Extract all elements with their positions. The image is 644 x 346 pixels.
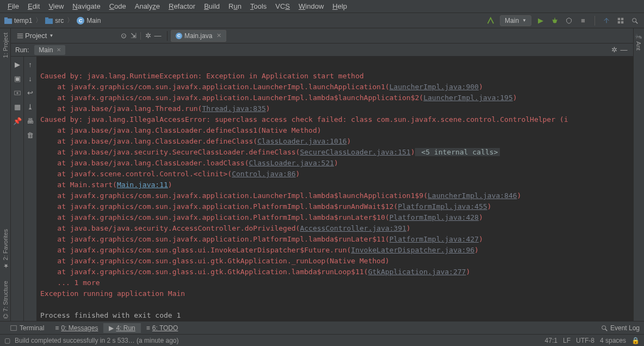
menu-navigate[interactable]: Navigate	[68, 1, 104, 11]
source-link[interactable]: Thread.java:835	[202, 104, 265, 113]
menu-bar: File Edit View Navigate Code Analyze Ref…	[0, 0, 644, 13]
status-indent[interactable]: 4 spaces	[600, 337, 626, 344]
tab-messages[interactable]: ≡ 0: Messages	[49, 323, 103, 333]
menu-window[interactable]: Window	[294, 1, 328, 11]
source-link[interactable]: GtkApplication.java:277	[368, 268, 466, 276]
project-tool-title[interactable]: Project	[25, 32, 47, 40]
svg-rect-14	[17, 33, 23, 34]
select-opened-file-icon[interactable]: ⊙	[119, 31, 128, 41]
source-link[interactable]: SecureClassLoader.java:151	[300, 148, 411, 156]
source-link[interactable]: InvokeLaterDispatcher.java:96	[351, 246, 474, 254]
stripe-structure[interactable]: ⌬ 7: Structure	[2, 279, 9, 321]
console-line: Exception running application Main	[40, 289, 185, 298]
lock-icon[interactable]: 🔒	[631, 337, 640, 344]
breadcrumb-root[interactable]: temp1	[14, 17, 32, 24]
stripe-project[interactable]: 1: Project	[2, 30, 9, 60]
pin-icon[interactable]: 📌	[13, 116, 22, 125]
svg-rect-9	[621, 17, 623, 20]
right-stripe: 🐜 Ant	[633, 28, 644, 321]
scroll-end-icon[interactable]: ⤓	[26, 102, 35, 111]
source-link[interactable]: PlatformImpl.java:455	[398, 202, 487, 211]
tab-run[interactable]: ▶ 4: Run	[103, 323, 140, 333]
svg-point-4	[553, 19, 557, 23]
stripe-favorites[interactable]: ★ 2: Favorites	[2, 227, 9, 271]
status-message: Build completed successfully in 2 s 533……	[15, 337, 178, 344]
svg-line-21	[605, 329, 608, 331]
build-icon[interactable]	[486, 16, 496, 26]
source-link[interactable]: LauncherImpl.java:195	[423, 94, 512, 102]
toggle-icon[interactable]: ▣	[13, 74, 22, 83]
menu-run[interactable]: Run	[224, 1, 246, 11]
chevron-down-icon[interactable]: ▼	[49, 33, 53, 38]
status-encoding[interactable]: UTF-8	[576, 337, 595, 344]
menu-help[interactable]: Help	[328, 1, 351, 11]
console-output[interactable]: Caused by: java.lang.RuntimeException: E…	[37, 57, 633, 321]
close-icon[interactable]: ✕	[216, 32, 221, 39]
layout-icon[interactable]: ▦	[13, 102, 22, 111]
class-icon	[77, 17, 84, 24]
up-icon[interactable]: ↑	[26, 60, 35, 69]
source-link[interactable]: ClassLoader.java:1016	[257, 137, 346, 145]
down-icon[interactable]: ↓	[26, 74, 35, 83]
search-icon[interactable]	[630, 16, 640, 26]
project-structure-icon[interactable]	[616, 16, 626, 26]
breadcrumb-class[interactable]: Main	[86, 17, 101, 24]
stripe-ant[interactable]: 🐜 Ant	[635, 30, 642, 53]
menu-code[interactable]: Code	[105, 1, 131, 11]
fold-hint[interactable]: <5 internal calls>	[415, 148, 500, 156]
menu-file[interactable]: File	[3, 1, 23, 11]
source-link[interactable]: PlatformImpl.java:427	[389, 235, 479, 243]
print-icon[interactable]: 🖶	[26, 116, 35, 125]
status-line-sep[interactable]: LF	[563, 337, 571, 344]
editor-tab-label: Main.java	[184, 32, 212, 40]
menu-vcs[interactable]: VCS	[271, 1, 294, 11]
run-tab-main[interactable]: Main ✕	[34, 45, 65, 55]
menu-edit[interactable]: Edit	[23, 1, 44, 11]
module-icon	[4, 17, 12, 24]
vcs-update-icon[interactable]	[602, 16, 611, 26]
tab-terminal[interactable]: Terminal	[4, 323, 49, 333]
gear-icon[interactable]: ✲	[609, 45, 619, 55]
console-line: at javafx.graphics/com.sun.glass.ui.gtk.…	[40, 257, 389, 265]
menu-refactor[interactable]: Refactor	[164, 1, 200, 11]
hide-icon[interactable]: —	[153, 31, 163, 41]
run-config-selector[interactable]: Main ▼	[500, 15, 531, 26]
close-icon[interactable]: ✕	[57, 47, 61, 53]
svg-point-12	[633, 18, 636, 22]
console-line: at javafx.graphics/com.sun.javafx.applic…	[40, 94, 423, 102]
menu-view[interactable]: View	[44, 1, 68, 11]
source-link[interactable]: Main.java:11	[117, 181, 168, 189]
console-line: at java.base/java.lang.ClassLoader.defin…	[40, 137, 257, 145]
status-toggle-icon[interactable]: ▢	[4, 337, 10, 344]
run-label: Run:	[15, 46, 29, 54]
expand-all-icon[interactable]: ⇲	[128, 31, 138, 41]
console-line: Caused by: java.lang.RuntimeException: E…	[40, 72, 364, 80]
source-link[interactable]: LauncherImpl.java:846	[428, 191, 517, 200]
menu-analyze[interactable]: Analyze	[131, 1, 164, 11]
wrap-icon[interactable]: ↩	[26, 88, 35, 97]
source-link[interactable]: AccessController.java:391	[300, 224, 406, 232]
menu-tools[interactable]: Tools	[246, 1, 271, 11]
run-tool-header: Run: Main ✕ ✲ —	[11, 44, 633, 57]
stop-button[interactable]: ■	[578, 16, 588, 26]
debug-button[interactable]	[550, 16, 560, 26]
source-link[interactable]: LauncherImpl.java:900	[389, 83, 479, 91]
camera-icon[interactable]	[13, 88, 22, 97]
event-log[interactable]: Event Log	[600, 324, 640, 332]
coverage-button[interactable]	[564, 16, 574, 26]
source-link[interactable]: Control.java:86	[232, 170, 295, 178]
rerun-icon[interactable]: ▶	[13, 60, 22, 69]
editor-tab-main[interactable]: Main.java ✕	[171, 30, 226, 42]
console-line: at java.base/java.lang.Thread.run(	[40, 104, 202, 113]
run-button[interactable]: ▶	[536, 16, 546, 26]
tab-todo[interactable]: ≡ 6: TODO	[141, 323, 184, 333]
gear-icon[interactable]: ✲	[143, 31, 153, 41]
class-icon	[176, 33, 182, 39]
menu-build[interactable]: Build	[200, 1, 224, 11]
trash-icon[interactable]: 🗑	[26, 131, 35, 139]
hide-icon[interactable]: —	[619, 45, 629, 55]
breadcrumb-src[interactable]: src	[55, 17, 64, 24]
status-position[interactable]: 47:1	[545, 337, 558, 344]
source-link[interactable]: ClassLoader.java:521	[249, 159, 335, 167]
source-link[interactable]: PlatformImpl.java:428	[389, 213, 479, 221]
